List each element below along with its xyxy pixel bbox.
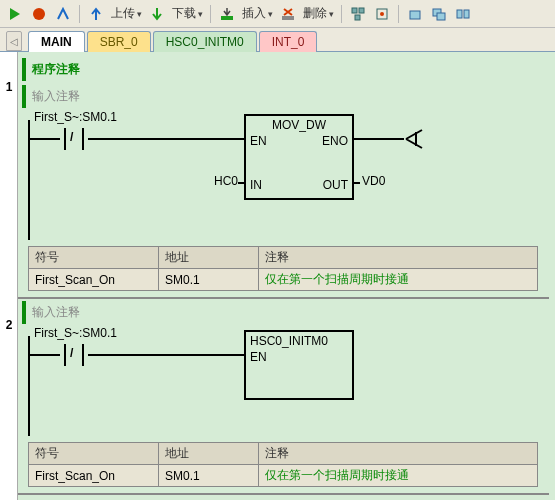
td-cmt: 仅在第一个扫描周期时接通 <box>259 269 538 291</box>
symbol-table-2: 符号 地址 注释 First_Scan_On SM0.1 仅在第一个扫描周期时接… <box>28 442 538 487</box>
svg-rect-2 <box>221 16 233 20</box>
tab-scroll-left[interactable]: ◁ <box>6 31 22 51</box>
network-2-title[interactable]: 输入注释 <box>22 301 547 324</box>
pin-en: EN <box>250 134 267 148</box>
delete-label[interactable]: 删除 <box>301 5 336 22</box>
block-title: MOV_DW <box>246 116 352 134</box>
network-number-1: 1 <box>0 80 18 94</box>
table-row[interactable]: First_Scan_On SM0.1 仅在第一个扫描周期时接通 <box>29 465 538 487</box>
pin-out: OUT <box>323 178 348 192</box>
upload-label[interactable]: 上传 <box>109 5 144 22</box>
svg-rect-4 <box>352 8 357 13</box>
program-comment[interactable]: 程序注释 <box>22 58 547 81</box>
svg-rect-3 <box>282 16 294 20</box>
window-button-2[interactable] <box>428 3 450 25</box>
tab-sbr0[interactable]: SBR_0 <box>87 31 151 52</box>
nc-contact-1[interactable]: / <box>60 126 88 152</box>
pin-eno: ENO <box>322 134 348 148</box>
svg-rect-12 <box>457 10 462 18</box>
table-row[interactable]: First_Scan_On SM0.1 仅在第一个扫描周期时接通 <box>29 269 538 291</box>
pin-in: IN <box>250 178 262 192</box>
in-addr: HC0 <box>214 174 238 188</box>
svg-point-1 <box>33 8 45 20</box>
th-addr: 地址 <box>159 247 259 269</box>
th-symbol: 符号 <box>29 247 159 269</box>
gutter: 1 2 <box>0 52 18 500</box>
network-1-title[interactable]: 输入注释 <box>22 85 547 108</box>
svg-rect-11 <box>437 13 445 20</box>
svg-point-8 <box>380 12 384 16</box>
window-button-1[interactable] <box>404 3 426 25</box>
hsc0-block[interactable]: HSC0_INITM0 EN <box>244 330 354 400</box>
td-addr2: SM0.1 <box>159 465 259 487</box>
misc-button-2[interactable] <box>371 3 393 25</box>
th-cmt2: 注释 <box>259 443 538 465</box>
ladder-editor[interactable]: 1 2 程序注释 输入注释 First_S~:SM0.1 / MOV_DW EN… <box>0 52 555 500</box>
svg-rect-9 <box>410 11 420 19</box>
td-addr: SM0.1 <box>159 269 259 291</box>
network-2: 输入注释 First_S~:SM0.1 / HSC0_INITM0 EN 符号 … <box>24 301 549 487</box>
symbol-table-1: 符号 地址 注释 First_Scan_On SM0.1 仅在第一个扫描周期时接… <box>28 246 538 291</box>
tab-hsc0[interactable]: HSC0_INITM0 <box>153 31 257 52</box>
svg-marker-0 <box>10 8 20 20</box>
th-addr2: 地址 <box>159 443 259 465</box>
toolbar: 上传 下载 插入 删除 <box>0 0 555 28</box>
out-addr: VD0 <box>362 174 385 188</box>
mov-dw-block[interactable]: MOV_DW EN ENO IN OUT <box>244 114 354 200</box>
tab-bar: ◁ MAIN SBR_0 HSC0_INITM0 INT_0 <box>0 28 555 52</box>
network-1: 输入注释 First_S~:SM0.1 / MOV_DW EN ENO IN O… <box>24 85 549 291</box>
rung-2[interactable]: First_S~:SM0.1 / HSC0_INITM0 EN <box>28 326 549 436</box>
network-number-2: 2 <box>0 318 18 332</box>
td-sym2: First_Scan_On <box>29 465 159 487</box>
misc-button-1[interactable] <box>347 3 369 25</box>
contact-label-1: First_S~:SM0.1 <box>34 110 117 124</box>
td-cmt2: 仅在第一个扫描周期时接通 <box>259 465 538 487</box>
pin-en2: EN <box>250 350 267 364</box>
th-cmt: 注释 <box>259 247 538 269</box>
insert-button[interactable] <box>216 3 238 25</box>
download-label[interactable]: 下载 <box>170 5 205 22</box>
window-button-3[interactable] <box>452 3 474 25</box>
block2-title: HSC0_INITM0 <box>246 332 352 350</box>
contact-label-2: First_S~:SM0.1 <box>34 326 117 340</box>
stop-button[interactable] <box>28 3 50 25</box>
rung-1[interactable]: First_S~:SM0.1 / MOV_DW EN ENO IN OUT HC… <box>28 110 549 240</box>
td-sym: First_Scan_On <box>29 269 159 291</box>
download-button[interactable] <box>146 3 168 25</box>
tab-int0[interactable]: INT_0 <box>259 31 318 52</box>
tab-main[interactable]: MAIN <box>28 31 85 52</box>
upload-button[interactable] <box>85 3 107 25</box>
delete-button[interactable] <box>277 3 299 25</box>
svg-rect-6 <box>355 15 360 20</box>
nc-contact-2[interactable]: / <box>60 342 88 368</box>
insert-label[interactable]: 插入 <box>240 5 275 22</box>
run-button[interactable] <box>4 3 26 25</box>
not-coil[interactable] <box>404 128 434 150</box>
status-button[interactable] <box>52 3 74 25</box>
svg-rect-13 <box>464 10 469 18</box>
svg-rect-5 <box>359 8 364 13</box>
th-symbol2: 符号 <box>29 443 159 465</box>
